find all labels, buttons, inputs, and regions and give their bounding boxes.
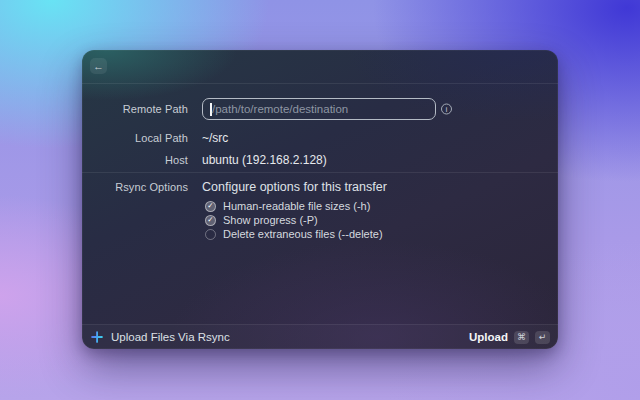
enter-key-badge: ↵ — [535, 331, 550, 344]
upload-action-button[interactable]: Upload — [469, 331, 508, 343]
host-value: ubuntu (192.168.2.128) — [202, 153, 327, 167]
back-button[interactable]: ← — [90, 58, 107, 74]
rsync-options-description: Configure options for this transfer — [202, 180, 387, 194]
cmd-key-badge: ⌘ — [514, 331, 529, 344]
footer-title: Upload Files Via Rsync — [111, 331, 230, 343]
option-show-progress[interactable]: ✓ Show progress (-P) i — [205, 214, 318, 226]
check-icon: ✓ — [207, 216, 213, 224]
checkbox-label: Show progress (-P) — [223, 214, 318, 226]
host-row: Host ubuntu (192.168.2.128) — [82, 153, 558, 167]
dialog-footer: Upload Files Via Rsync Upload ⌘ ↵ — [82, 324, 558, 349]
dialog-header: ← — [82, 50, 558, 83]
section-divider — [82, 172, 558, 173]
option-human-readable[interactable]: ✓ Human-readable file sizes (-h) i — [205, 200, 370, 212]
rsync-options-row: Rsync Options Configure options for this… — [82, 179, 558, 195]
option-delete-extraneous[interactable]: ✓ Delete extraneous files (--delete) i — [205, 228, 383, 240]
local-path-row: Local Path ~/src — [82, 131, 558, 145]
local-path-value: ~/src — [202, 131, 228, 145]
remote-path-label: Remote Path — [82, 103, 188, 115]
rsync-options-label: Rsync Options — [82, 181, 188, 193]
rsync-extension-icon — [90, 330, 104, 344]
checkbox-label: Human-readable file sizes (-h) — [223, 200, 370, 212]
checkbox-show-progress[interactable]: ✓ — [205, 215, 216, 226]
checkbox-delete-extraneous[interactable]: ✓ — [205, 229, 216, 240]
remote-path-row: Remote Path /path/to/remote/destination … — [82, 98, 558, 120]
check-icon: ✓ — [207, 202, 213, 210]
checkbox-label: Delete extraneous files (--delete) — [223, 228, 383, 240]
remote-path-placeholder: /path/to/remote/destination — [212, 103, 348, 115]
upload-rsync-dialog: ← Remote Path /path/to/remote/destinatio… — [82, 50, 558, 349]
remote-path-input[interactable]: /path/to/remote/destination — [202, 98, 436, 120]
header-divider — [82, 83, 558, 84]
local-path-label: Local Path — [82, 132, 188, 144]
info-icon[interactable]: i — [441, 104, 452, 115]
host-label: Host — [82, 154, 188, 166]
back-arrow-icon: ← — [93, 61, 104, 72]
checkbox-human-readable[interactable]: ✓ — [205, 201, 216, 212]
